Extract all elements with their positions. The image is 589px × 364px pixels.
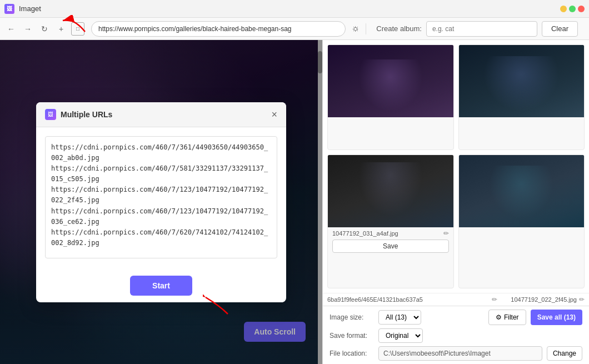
- filter-button[interactable]: ⚙ Filter: [488, 310, 526, 325]
- clear-button[interactable]: Clear: [542, 21, 578, 37]
- file-location-input[interactable]: [378, 346, 542, 361]
- start-arrow-svg: [203, 295, 231, 317]
- modal-title: Multiple URLs: [61, 110, 112, 119]
- edit-icon-3[interactable]: ✏: [443, 230, 449, 237]
- image-card-4: 460×690: [458, 154, 585, 289]
- bottom-edit-icon-left[interactable]: ✏: [492, 296, 497, 303]
- bookmark-button[interactable]: ⛭: [349, 22, 362, 36]
- multiple-urls-modal: 🖼 Multiple URLs × Start: [36, 102, 286, 302]
- right-panel: 853×1280 460×690: [322, 40, 589, 364]
- browser-viewport: Auto Scroll 🖼 Multiple URLs × Start: [0, 40, 322, 364]
- divider: [366, 23, 366, 34]
- minimize-btn[interactable]: [560, 6, 567, 12]
- bottom-edit-icon-right[interactable]: ✏: [579, 296, 585, 303]
- filter-label: Filter: [504, 313, 519, 321]
- address-bar[interactable]: [91, 21, 346, 37]
- image-thumb-4: 460×690: [459, 155, 585, 227]
- filter-icon: ⚙: [496, 313, 502, 321]
- browser-bar: ← → ↻ + □ ⛭ Create album: Clear: [0, 18, 589, 40]
- album-area: Create album: Clear: [370, 21, 585, 37]
- file-location-row: File location: Change: [330, 346, 582, 361]
- maximize-btn[interactable]: [569, 6, 576, 12]
- save-button-3[interactable]: Save: [332, 240, 449, 253]
- save-format-row: Save format: Original: [330, 328, 582, 343]
- arrow-svg: [57, 15, 88, 34]
- album-input[interactable]: [426, 21, 537, 37]
- image-filename-3: 10477192_031_a4af.jpg: [332, 230, 441, 237]
- main-content: Auto Scroll 🖼 Multiple URLs × Start: [0, 40, 589, 364]
- image-thumb-3: [328, 155, 453, 227]
- start-button[interactable]: Start: [130, 276, 192, 296]
- app-title: Imaget: [19, 4, 41, 13]
- save-format-label: Save format:: [330, 332, 374, 340]
- file-location-label: File location:: [330, 350, 374, 357]
- modal-overlay: 🖼 Multiple URLs × Start: [0, 40, 322, 364]
- image-grid: 853×1280 460×690: [323, 40, 589, 293]
- forward-button[interactable]: →: [21, 22, 34, 36]
- close-btn[interactable]: [578, 6, 585, 12]
- save-all-button[interactable]: Save all (13): [531, 310, 582, 325]
- image-card-1: 853×1280: [327, 44, 454, 150]
- image-thumb-2: 460×690: [459, 45, 585, 117]
- reload-button[interactable]: ↻: [38, 22, 51, 36]
- modal-footer: Start: [36, 269, 286, 302]
- album-label: Create album:: [376, 24, 422, 33]
- image-thumb-1: 853×1280: [328, 45, 453, 117]
- save-format-select[interactable]: Original: [378, 328, 423, 343]
- start-arrow-annotation: [203, 295, 231, 318]
- image-card-3: 10477192_031_a4af.jpg ✏ Save: [327, 154, 454, 289]
- modal-icon: 🖼: [45, 109, 56, 120]
- image-card-2: 460×690: [458, 44, 585, 150]
- title-bar: 🖼 Imaget: [0, 0, 589, 18]
- change-button[interactable]: Change: [547, 346, 582, 361]
- image-info-3: 10477192_031_a4af.jpg ✏: [328, 227, 453, 240]
- bottom-url-left: 6ba91f9fee6/465E/41321bac637a5: [327, 296, 490, 303]
- image-size-select[interactable]: All (13): [378, 310, 421, 325]
- image-size-label: Image size:: [330, 313, 374, 321]
- bottom-url-strip: 6ba91f9fee6/465E/41321bac637a5 ✏ 1047719…: [323, 293, 589, 306]
- modal-close-button[interactable]: ×: [271, 109, 277, 119]
- modal-body: [36, 127, 286, 269]
- image-size-row: Image size: All (13) ⚙ Filter Save all (…: [330, 310, 582, 325]
- url-textarea[interactable]: [45, 136, 277, 258]
- back-button[interactable]: ←: [4, 22, 18, 36]
- modal-header: 🖼 Multiple URLs ×: [36, 102, 286, 127]
- app-icon: 🖼: [4, 4, 14, 14]
- bottom-controls: Image size: All (13) ⚙ Filter Save all (…: [323, 306, 589, 364]
- bottom-filename: 10477192_022_2f45.jpg: [511, 296, 577, 303]
- window-controls: [556, 6, 585, 12]
